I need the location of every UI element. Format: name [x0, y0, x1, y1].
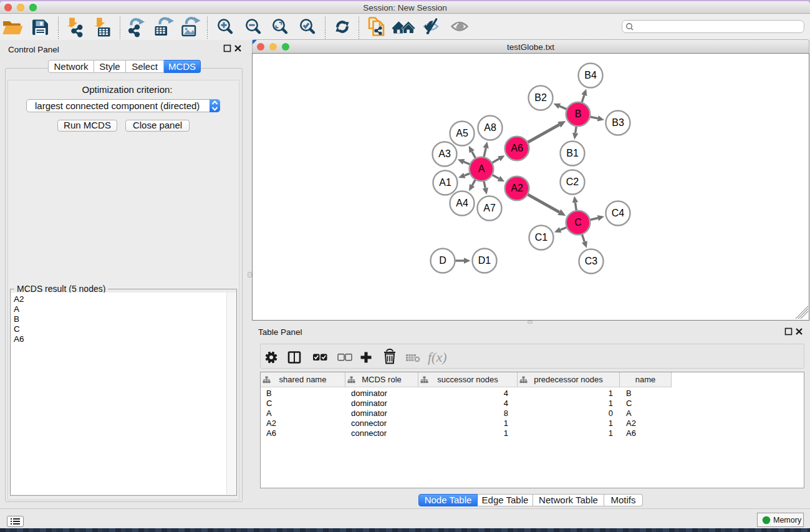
svg-text:B2: B2	[534, 92, 547, 103]
svg-text:C4: C4	[612, 208, 625, 218]
svg-text:A7: A7	[483, 203, 496, 213]
svg-text:A1: A1	[439, 177, 451, 188]
svg-text:C: C	[574, 217, 582, 228]
svg-text:A4: A4	[456, 198, 468, 208]
svg-text:A8: A8	[484, 122, 496, 133]
svg-text:C1: C1	[535, 232, 548, 243]
svg-text:B: B	[575, 109, 582, 119]
svg-text:C2: C2	[566, 177, 579, 187]
svg-text:B4: B4	[584, 70, 597, 80]
svg-text:B1: B1	[566, 148, 579, 158]
svg-text:A: A	[478, 163, 485, 174]
svg-text:A5: A5	[456, 128, 468, 138]
svg-text:D: D	[439, 255, 446, 266]
svg-text:B3: B3	[612, 117, 624, 128]
svg-text:A6: A6	[511, 143, 523, 153]
svg-text:D1: D1	[478, 255, 491, 266]
svg-text:f(x): f(x)	[428, 349, 447, 365]
svg-text:C3: C3	[585, 256, 598, 266]
svg-text:A3: A3	[438, 148, 451, 159]
svg-text:A2: A2	[511, 183, 523, 193]
